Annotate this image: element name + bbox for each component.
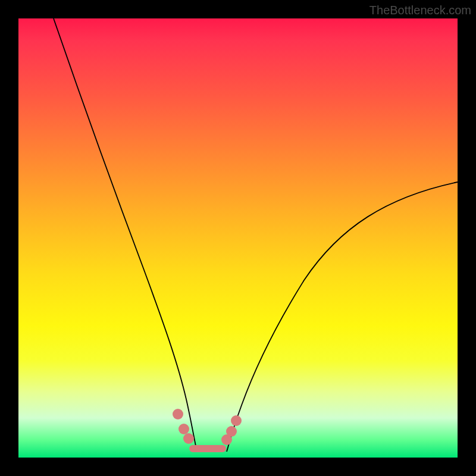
marker-right-2 xyxy=(226,426,237,437)
marker-left-1 xyxy=(173,409,183,419)
marker-left-3 xyxy=(183,433,194,444)
curve-left-branch xyxy=(54,18,197,452)
watermark-text: TheBottleneck.com xyxy=(369,4,471,17)
marker-right-3 xyxy=(231,415,242,426)
bottleneck-curve xyxy=(18,18,458,458)
flat-marker-bar xyxy=(189,445,226,452)
curve-right-branch xyxy=(227,182,458,452)
